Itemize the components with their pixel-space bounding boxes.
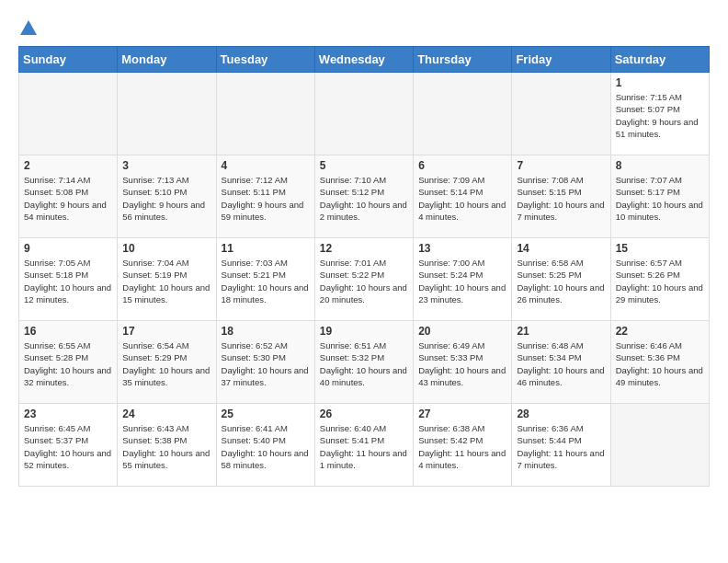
day-number: 25 bbox=[222, 408, 310, 420]
day-number: 21 bbox=[517, 325, 605, 338]
day-number: 28 bbox=[517, 408, 605, 420]
calendar-cell: 9Sunrise: 7:05 AM Sunset: 5:18 PM Daylig… bbox=[19, 238, 118, 321]
logo-icon bbox=[20, 19, 37, 36]
day-number: 8 bbox=[616, 159, 704, 172]
day-info: Sunrise: 6:46 AM Sunset: 5:36 PM Dayligh… bbox=[616, 339, 704, 388]
calendar-cell: 7Sunrise: 7:08 AM Sunset: 5:15 PM Daylig… bbox=[512, 155, 610, 238]
day-info: Sunrise: 7:03 AM Sunset: 5:21 PM Dayligh… bbox=[222, 257, 310, 305]
day-number: 24 bbox=[122, 408, 210, 420]
calendar-cell bbox=[118, 73, 216, 155]
weekday-header-monday: Monday bbox=[118, 47, 216, 73]
calendar-cell: 22Sunrise: 6:46 AM Sunset: 5:36 PM Dayli… bbox=[610, 321, 709, 404]
day-number: 20 bbox=[418, 325, 506, 338]
calendar-cell: 24Sunrise: 6:43 AM Sunset: 5:38 PM Dayli… bbox=[118, 404, 216, 487]
day-info: Sunrise: 6:52 AM Sunset: 5:30 PM Dayligh… bbox=[222, 339, 310, 388]
day-info: Sunrise: 7:01 AM Sunset: 5:22 PM Dayligh… bbox=[320, 257, 408, 305]
day-number: 10 bbox=[122, 242, 210, 255]
day-info: Sunrise: 6:55 AM Sunset: 5:28 PM Dayligh… bbox=[24, 339, 112, 388]
weekday-header-thursday: Thursday bbox=[414, 47, 512, 73]
calendar-cell bbox=[512, 73, 610, 155]
day-info: Sunrise: 6:45 AM Sunset: 5:37 PM Dayligh… bbox=[24, 422, 112, 471]
day-info: Sunrise: 7:12 AM Sunset: 5:11 PM Dayligh… bbox=[222, 174, 310, 223]
day-info: Sunrise: 7:15 AM Sunset: 5:07 PM Dayligh… bbox=[616, 91, 704, 140]
calendar-week-4: 16Sunrise: 6:55 AM Sunset: 5:28 PM Dayli… bbox=[19, 321, 710, 404]
calendar-cell bbox=[414, 73, 512, 155]
day-number: 15 bbox=[616, 242, 704, 255]
calendar-week-5: 23Sunrise: 6:45 AM Sunset: 5:37 PM Dayli… bbox=[19, 404, 710, 487]
day-info: Sunrise: 7:05 AM Sunset: 5:18 PM Dayligh… bbox=[24, 257, 112, 305]
day-number: 13 bbox=[418, 242, 506, 255]
day-info: Sunrise: 6:41 AM Sunset: 5:40 PM Dayligh… bbox=[222, 422, 310, 471]
day-info: Sunrise: 7:04 AM Sunset: 5:19 PM Dayligh… bbox=[122, 257, 210, 305]
calendar-header: SundayMondayTuesdayWednesdayThursdayFrid… bbox=[19, 47, 710, 73]
day-info: Sunrise: 6:54 AM Sunset: 5:29 PM Dayligh… bbox=[122, 339, 210, 388]
day-number: 14 bbox=[517, 242, 605, 255]
calendar-cell: 2Sunrise: 7:14 AM Sunset: 5:08 PM Daylig… bbox=[19, 155, 118, 238]
day-number: 2 bbox=[24, 159, 112, 172]
day-info: Sunrise: 6:40 AM Sunset: 5:41 PM Dayligh… bbox=[320, 422, 408, 471]
calendar-cell bbox=[314, 73, 413, 155]
day-number: 18 bbox=[222, 325, 310, 338]
calendar-cell: 5Sunrise: 7:10 AM Sunset: 5:12 PM Daylig… bbox=[314, 155, 413, 238]
day-number: 17 bbox=[122, 325, 210, 338]
calendar-cell bbox=[19, 73, 118, 155]
page-header bbox=[18, 18, 710, 37]
weekday-header-wednesday: Wednesday bbox=[314, 47, 413, 73]
day-number: 5 bbox=[320, 159, 408, 172]
day-number: 3 bbox=[122, 159, 210, 172]
day-info: Sunrise: 6:57 AM Sunset: 5:26 PM Dayligh… bbox=[616, 257, 704, 305]
weekday-header-friday: Friday bbox=[512, 47, 610, 73]
day-info: Sunrise: 7:09 AM Sunset: 5:14 PM Dayligh… bbox=[418, 174, 506, 223]
day-info: Sunrise: 6:38 AM Sunset: 5:42 PM Dayligh… bbox=[418, 422, 506, 471]
calendar-cell: 18Sunrise: 6:52 AM Sunset: 5:30 PM Dayli… bbox=[216, 321, 314, 404]
day-number: 4 bbox=[222, 159, 310, 172]
calendar-cell: 1Sunrise: 7:15 AM Sunset: 5:07 PM Daylig… bbox=[610, 73, 709, 155]
calendar-week-3: 9Sunrise: 7:05 AM Sunset: 5:18 PM Daylig… bbox=[19, 238, 710, 321]
calendar-cell: 20Sunrise: 6:49 AM Sunset: 5:33 PM Dayli… bbox=[414, 321, 512, 404]
calendar-cell: 25Sunrise: 6:41 AM Sunset: 5:40 PM Dayli… bbox=[216, 404, 314, 487]
logo-text bbox=[18, 18, 37, 40]
calendar-table: SundayMondayTuesdayWednesdayThursdayFrid… bbox=[18, 46, 710, 487]
calendar-cell: 14Sunrise: 6:58 AM Sunset: 5:25 PM Dayli… bbox=[512, 238, 610, 321]
calendar-cell bbox=[216, 73, 314, 155]
day-number: 7 bbox=[517, 159, 605, 172]
svg-marker-0 bbox=[20, 20, 37, 35]
day-info: Sunrise: 7:08 AM Sunset: 5:15 PM Dayligh… bbox=[517, 174, 605, 223]
day-number: 11 bbox=[222, 242, 310, 255]
calendar-cell: 6Sunrise: 7:09 AM Sunset: 5:14 PM Daylig… bbox=[414, 155, 512, 238]
calendar-cell: 10Sunrise: 7:04 AM Sunset: 5:19 PM Dayli… bbox=[118, 238, 216, 321]
weekday-header-tuesday: Tuesday bbox=[216, 47, 314, 73]
day-info: Sunrise: 7:14 AM Sunset: 5:08 PM Dayligh… bbox=[24, 174, 112, 223]
day-info: Sunrise: 6:51 AM Sunset: 5:32 PM Dayligh… bbox=[320, 339, 408, 388]
calendar-cell bbox=[610, 404, 709, 487]
calendar-cell: 21Sunrise: 6:48 AM Sunset: 5:34 PM Dayli… bbox=[512, 321, 610, 404]
calendar-cell: 26Sunrise: 6:40 AM Sunset: 5:41 PM Dayli… bbox=[314, 404, 413, 487]
day-number: 26 bbox=[320, 408, 408, 420]
day-info: Sunrise: 6:48 AM Sunset: 5:34 PM Dayligh… bbox=[517, 339, 605, 388]
calendar-cell: 17Sunrise: 6:54 AM Sunset: 5:29 PM Dayli… bbox=[118, 321, 216, 404]
day-number: 23 bbox=[24, 408, 112, 420]
day-info: Sunrise: 7:13 AM Sunset: 5:10 PM Dayligh… bbox=[122, 174, 210, 223]
calendar-cell: 19Sunrise: 6:51 AM Sunset: 5:32 PM Dayli… bbox=[314, 321, 413, 404]
calendar-cell: 3Sunrise: 7:13 AM Sunset: 5:10 PM Daylig… bbox=[118, 155, 216, 238]
day-info: Sunrise: 6:49 AM Sunset: 5:33 PM Dayligh… bbox=[418, 339, 506, 388]
day-number: 19 bbox=[320, 325, 408, 338]
calendar-cell: 28Sunrise: 6:36 AM Sunset: 5:44 PM Dayli… bbox=[512, 404, 610, 487]
calendar-cell: 4Sunrise: 7:12 AM Sunset: 5:11 PM Daylig… bbox=[216, 155, 314, 238]
day-info: Sunrise: 6:43 AM Sunset: 5:38 PM Dayligh… bbox=[122, 422, 210, 471]
weekday-header-sunday: Sunday bbox=[19, 47, 118, 73]
day-number: 6 bbox=[418, 159, 506, 172]
day-number: 16 bbox=[24, 325, 112, 338]
day-info: Sunrise: 7:10 AM Sunset: 5:12 PM Dayligh… bbox=[320, 174, 408, 223]
calendar-cell: 16Sunrise: 6:55 AM Sunset: 5:28 PM Dayli… bbox=[19, 321, 118, 404]
day-number: 1 bbox=[616, 76, 704, 89]
day-number: 12 bbox=[320, 242, 408, 255]
calendar-cell: 15Sunrise: 6:57 AM Sunset: 5:26 PM Dayli… bbox=[610, 238, 709, 321]
calendar-cell: 27Sunrise: 6:38 AM Sunset: 5:42 PM Dayli… bbox=[414, 404, 512, 487]
weekday-header-saturday: Saturday bbox=[610, 47, 709, 73]
day-info: Sunrise: 6:58 AM Sunset: 5:25 PM Dayligh… bbox=[517, 257, 605, 305]
calendar-week-2: 2Sunrise: 7:14 AM Sunset: 5:08 PM Daylig… bbox=[19, 155, 710, 238]
calendar-cell: 12Sunrise: 7:01 AM Sunset: 5:22 PM Dayli… bbox=[314, 238, 413, 321]
logo bbox=[18, 18, 37, 37]
day-number: 27 bbox=[418, 408, 506, 420]
